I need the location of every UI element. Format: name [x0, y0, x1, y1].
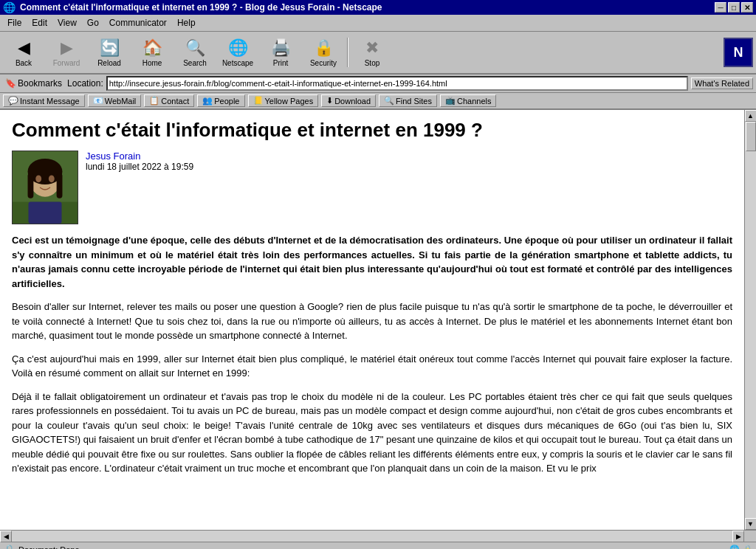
- author-date: lundi 18 juillet 2022 à 19:59: [86, 162, 193, 172]
- home-label: Home: [142, 59, 162, 67]
- contact-button[interactable]: 📋 Contact: [144, 94, 194, 107]
- scrollbar-thumb[interactable]: [746, 122, 756, 151]
- netscape-logo: N: [724, 38, 753, 67]
- channels-label: Channels: [457, 97, 491, 106]
- instant-message-button[interactable]: 💬 Instant Message: [3, 94, 85, 107]
- webmail-button[interactable]: 📧 WebMail: [88, 94, 142, 107]
- people-label: People: [214, 97, 239, 106]
- back-icon: ◀: [18, 38, 30, 58]
- forward-icon: ▶: [61, 38, 73, 58]
- article-paragraph-2: Ça c'est aujourd'hui mais en 1999, aller…: [12, 352, 732, 381]
- scrollbar-track[interactable]: [745, 122, 756, 518]
- author-info: Jesus Forain lundi 18 juillet 2022 à 19:…: [86, 151, 193, 172]
- vertical-scrollbar[interactable]: ▲ ▼: [744, 110, 756, 530]
- url-input[interactable]: [106, 76, 688, 91]
- netscape-icon: 🌐: [228, 38, 248, 58]
- scrollbar-corner: [744, 531, 756, 542]
- article-paragraph-3: Déjà il te fallait obligatoirement un or…: [12, 390, 732, 476]
- menu-communicator[interactable]: Communicator: [105, 16, 171, 30]
- reload-icon: 🔄: [100, 38, 120, 58]
- forward-label: Forward: [53, 59, 80, 67]
- webmail-icon: 📧: [93, 96, 103, 106]
- scroll-right-button[interactable]: ▶: [732, 531, 744, 542]
- author-link[interactable]: Jesus Forain: [86, 151, 193, 162]
- status-security-icon: 🔒: [743, 545, 753, 549]
- svg-point-7: [49, 176, 55, 183]
- home-icon: 🏠: [142, 38, 162, 58]
- print-icon: 🖨️: [271, 38, 291, 58]
- svg-rect-5: [57, 173, 63, 198]
- people-button[interactable]: 👥 People: [197, 94, 244, 107]
- menu-go[interactable]: Go: [83, 16, 103, 30]
- download-icon: ⬇: [326, 96, 333, 106]
- contact-icon: 📋: [149, 96, 159, 106]
- menu-view[interactable]: View: [53, 16, 81, 30]
- instant-message-icon: 💬: [8, 96, 18, 106]
- app-icon: 🌐: [3, 1, 16, 13]
- toolbar-separator: [347, 38, 348, 67]
- toolbar: ◀ Back ▶ Forward 🔄 Reload 🏠 Home 🔍 Searc…: [0, 32, 756, 75]
- article-title: Comment c'était l'informatique et intern…: [12, 119, 732, 142]
- back-button[interactable]: ◀ Back: [3, 33, 44, 72]
- search-icon: 🔍: [185, 38, 205, 58]
- channels-button[interactable]: 📺 Channels: [440, 94, 496, 107]
- find-sites-button[interactable]: 🔍 Find Sites: [379, 94, 437, 107]
- svg-point-6: [35, 176, 41, 183]
- find-sites-label: Find Sites: [396, 97, 432, 106]
- bookmarks-button[interactable]: 🔖 Bookmarks: [3, 77, 64, 89]
- location-bar: 🔖 Bookmarks Location: What's Related: [0, 75, 756, 93]
- scroll-down-button[interactable]: ▼: [745, 518, 757, 530]
- stop-button[interactable]: ✖ Stop: [351, 33, 393, 72]
- status-text: Document: Done: [18, 545, 726, 550]
- search-label: Search: [183, 59, 207, 67]
- menu-bar: File Edit View Go Communicator Help: [0, 15, 756, 32]
- bookmark-icon: 🔖: [5, 78, 16, 89]
- netscape-button[interactable]: 🌐 Netscape: [217, 33, 258, 72]
- status-bar: 🔒 Document: Done 🌐 🔒: [0, 542, 756, 549]
- reload-button[interactable]: 🔄 Reload: [89, 33, 130, 72]
- close-button[interactable]: ✕: [741, 2, 753, 13]
- reload-label: Reload: [97, 59, 121, 67]
- status-lock-icon: 🔒: [3, 544, 16, 550]
- bookmarks-label: Bookmarks: [18, 78, 62, 89]
- security-button[interactable]: 🔒 Security: [303, 33, 344, 72]
- location-label: Location:: [67, 78, 103, 89]
- download-label: Download: [334, 97, 371, 106]
- content-area[interactable]: Comment c'était l'informatique et intern…: [0, 110, 744, 530]
- title-bar: 🌐 Comment c'était l'informatique et inte…: [0, 0, 756, 15]
- links-bar: 💬 Instant Message 📧 WebMail 📋 Contact 👥 …: [0, 93, 756, 110]
- search-button[interactable]: 🔍 Search: [174, 33, 216, 72]
- scroll-up-button[interactable]: ▲: [745, 110, 757, 122]
- scroll-left-button[interactable]: ◀: [0, 531, 12, 542]
- svg-rect-4: [28, 173, 34, 198]
- menu-help[interactable]: Help: [173, 16, 200, 30]
- maximize-button[interactable]: □: [728, 2, 740, 13]
- article-paragraph-0: Ceci est un témoignage d'une époque, cel…: [12, 233, 732, 291]
- author-image: [13, 151, 78, 224]
- netscape-label: Netscape: [222, 59, 253, 67]
- webmail-label: WebMail: [105, 97, 137, 106]
- print-button[interactable]: 🖨️ Print: [260, 33, 301, 72]
- menu-file[interactable]: File: [3, 16, 26, 30]
- minimize-button[interactable]: ─: [715, 2, 726, 13]
- whats-related-button[interactable]: What's Related: [691, 77, 753, 89]
- window-title: Comment c'était l'informatique et intern…: [20, 2, 382, 13]
- yellow-pages-icon: 📒: [253, 96, 264, 106]
- forward-button[interactable]: ▶ Forward: [46, 33, 87, 72]
- menu-edit[interactable]: Edit: [27, 16, 52, 30]
- yellow-pages-label: Yellow Pages: [265, 97, 314, 106]
- horizontal-scrollbar[interactable]: [12, 531, 732, 542]
- back-label: Back: [16, 59, 32, 67]
- security-label: Security: [310, 59, 337, 67]
- download-button[interactable]: ⬇ Download: [321, 94, 376, 107]
- stop-icon: ✖: [365, 38, 379, 58]
- article-paragraphs: Ceci est un témoignage d'une époque, cel…: [12, 233, 732, 476]
- home-button[interactable]: 🏠 Home: [131, 33, 173, 72]
- find-sites-icon: 🔍: [384, 96, 394, 106]
- svg-rect-8: [29, 202, 62, 224]
- security-icon: 🔒: [314, 38, 334, 58]
- instant-message-label: Instant Message: [20, 97, 80, 106]
- print-label: Print: [273, 59, 289, 67]
- people-icon: 👥: [202, 96, 213, 106]
- yellow-pages-button[interactable]: 📒 Yellow Pages: [248, 94, 319, 107]
